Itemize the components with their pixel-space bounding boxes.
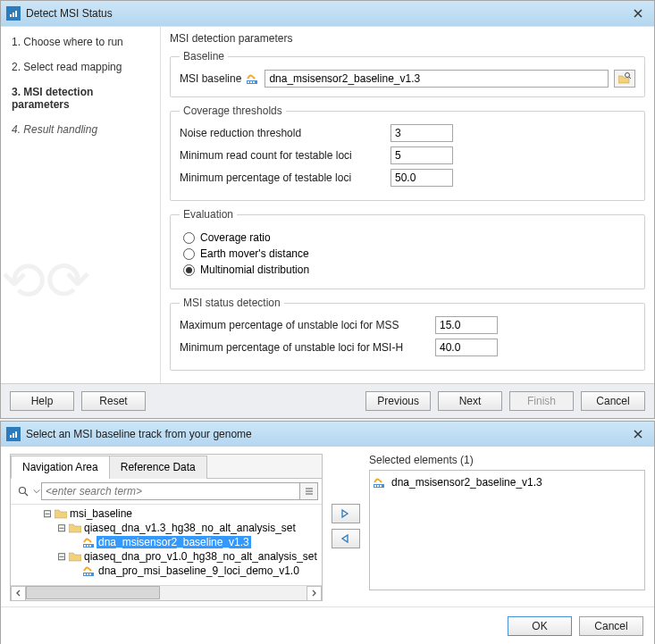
radio-earth-mover[interactable]: Earth mover's distance xyxy=(183,247,635,260)
step-result-handling: 4. Result handling xyxy=(12,123,149,136)
radio-label: Multinomial distribution xyxy=(200,263,309,276)
close-icon[interactable] xyxy=(627,3,649,24)
window-title: Detect MSI Status xyxy=(26,7,627,20)
selected-title: Selected elements (1) xyxy=(369,454,645,466)
reset-button[interactable]: Reset xyxy=(81,391,146,411)
evaluation-group: Evaluation Coverage ratio Earth mover's … xyxy=(170,208,645,289)
evaluation-legend: Evaluation xyxy=(180,208,237,221)
detect-msi-window: Detect MSI Status 1. Choose where to run… xyxy=(0,0,655,419)
min-read-label: Minimum read count for testable loci xyxy=(180,149,385,162)
search-options-button[interactable] xyxy=(300,482,318,500)
min-pct-label: Minimum percentage of testable loci xyxy=(180,171,385,184)
horizontal-scrollbar[interactable] xyxy=(11,585,322,600)
detection-legend: MSI status detection xyxy=(180,297,284,309)
scroll-track[interactable] xyxy=(26,586,307,601)
ok-button[interactable]: OK xyxy=(508,616,572,636)
remove-button[interactable] xyxy=(332,529,360,548)
coverage-legend: Coverage thresholds xyxy=(180,105,286,117)
radio-label: Coverage ratio xyxy=(200,231,271,244)
tab-reference-data[interactable]: Reference Data xyxy=(109,456,207,479)
main-panel: MSI detection parameters Baseline MSI ba… xyxy=(160,27,654,383)
selected-item-label: dna_msisensor2_baseline_v1.3 xyxy=(391,476,542,489)
detection-group: MSI status detection Maximum percentage … xyxy=(170,297,645,371)
cancel-button[interactable]: Cancel xyxy=(581,391,645,411)
help-button[interactable]: Help xyxy=(10,391,74,411)
browse-baseline-button[interactable] xyxy=(614,70,635,88)
button-bar: Help Reset Previous Next Finish Cancel xyxy=(1,383,654,418)
close-icon[interactable] xyxy=(627,423,649,445)
previous-button[interactable]: Previous xyxy=(365,391,431,411)
folder-icon xyxy=(54,507,68,520)
cancel-button[interactable]: Cancel xyxy=(579,616,643,636)
dialog-button-bar: OK Cancel xyxy=(1,606,654,644)
scroll-right-icon[interactable] xyxy=(307,586,322,601)
baseline-legend: Baseline xyxy=(180,50,228,63)
selected-item[interactable]: dna_msisensor2_baseline_v1.3 xyxy=(374,474,641,490)
radio-icon xyxy=(183,264,195,276)
selected-panel: Selected elements (1) dna_msisensor2_bas… xyxy=(369,454,645,590)
msi-track-icon xyxy=(82,536,97,548)
baseline-label: MSI baseline xyxy=(180,72,241,85)
watermark: ⟲⟳ xyxy=(1,249,160,383)
noise-label: Noise reduction threshold xyxy=(180,127,385,139)
step-choose-where: 1. Choose where to run xyxy=(12,36,149,48)
baseline-input[interactable] xyxy=(265,70,609,88)
scroll-thumb[interactable] xyxy=(26,586,160,599)
radio-label: Earth mover's distance xyxy=(200,247,309,260)
tree-folder-msi-baseline[interactable]: ⊟ msi_baseline xyxy=(13,506,322,521)
tree-folder-qiaseq-pro[interactable]: ⊟ qiaseq_dna_pro_v1.0_hg38_no_alt_analys… xyxy=(13,549,322,564)
baseline-group: Baseline MSI baseline xyxy=(170,50,645,97)
tree-item-dna-pro-baseline[interactable]: dna_pro_msi_baseline_9_loci_demo_v1.0 xyxy=(13,564,322,578)
app-icon xyxy=(6,6,21,21)
next-button[interactable]: Next xyxy=(438,391,502,411)
radio-icon xyxy=(183,248,195,260)
radio-icon xyxy=(183,232,195,244)
min-read-input[interactable] xyxy=(390,146,453,164)
min-pct-input[interactable] xyxy=(390,169,453,187)
window-title: Select an MSI baseline track from your g… xyxy=(26,428,627,440)
search-dropdown-icon[interactable] xyxy=(32,487,41,496)
select-baseline-window: Select an MSI baseline track from your g… xyxy=(0,421,655,644)
msi-track-icon xyxy=(82,565,97,577)
max-mss-label: Maximum percentage of unstable loci for … xyxy=(180,319,430,331)
radio-coverage-ratio[interactable]: Coverage ratio xyxy=(183,231,635,244)
titlebar[interactable]: Detect MSI Status xyxy=(1,1,654,26)
finish-button: Finish xyxy=(509,391,574,411)
step-select-mapping: 2. Select read mapping xyxy=(12,61,149,73)
search-icon xyxy=(14,486,32,497)
coverage-group: Coverage thresholds Noise reduction thre… xyxy=(170,105,645,201)
panel-title: MSI detection parameters xyxy=(170,32,645,45)
titlebar[interactable]: Select an MSI baseline track from your g… xyxy=(1,422,654,447)
search-input[interactable] xyxy=(41,482,300,500)
tree-item-msisensor2-baseline[interactable]: dna_msisensor2_baseline_v1.3 xyxy=(13,535,322,549)
selected-list[interactable]: dna_msisensor2_baseline_v1.3 xyxy=(369,470,645,590)
tab-navigation-area[interactable]: Navigation Area xyxy=(11,456,110,479)
msi-track-icon xyxy=(374,476,386,489)
scroll-left-icon[interactable] xyxy=(11,586,26,601)
radio-multinomial[interactable]: Multinomial distribution xyxy=(183,263,635,276)
move-buttons xyxy=(332,504,360,548)
tree-view[interactable]: ⊟ msi_baseline ⊟ qiaseq_dna_v1.3_hg38_no… xyxy=(11,505,322,585)
wizard-steps: 1. Choose where to run 2. Select read ma… xyxy=(1,27,160,383)
folder-icon xyxy=(68,550,82,563)
min-msih-input[interactable] xyxy=(435,339,498,356)
noise-input[interactable] xyxy=(390,124,453,142)
navigation-panel: Navigation Area Reference Data ⊟ msi_bas… xyxy=(10,454,323,601)
folder-icon xyxy=(68,522,82,534)
min-msih-label: Minimum percentage of unstable loci for … xyxy=(180,341,430,354)
app-icon xyxy=(6,427,21,441)
msi-track-icon xyxy=(247,72,259,85)
max-mss-input[interactable] xyxy=(435,316,498,334)
step-msi-params: 3. MSI detection parameters xyxy=(12,86,149,111)
tree-folder-qiaseq-v13[interactable]: ⊟ qiaseq_dna_v1.3_hg38_no_alt_analysis_s… xyxy=(13,521,322,535)
add-button[interactable] xyxy=(332,504,360,523)
